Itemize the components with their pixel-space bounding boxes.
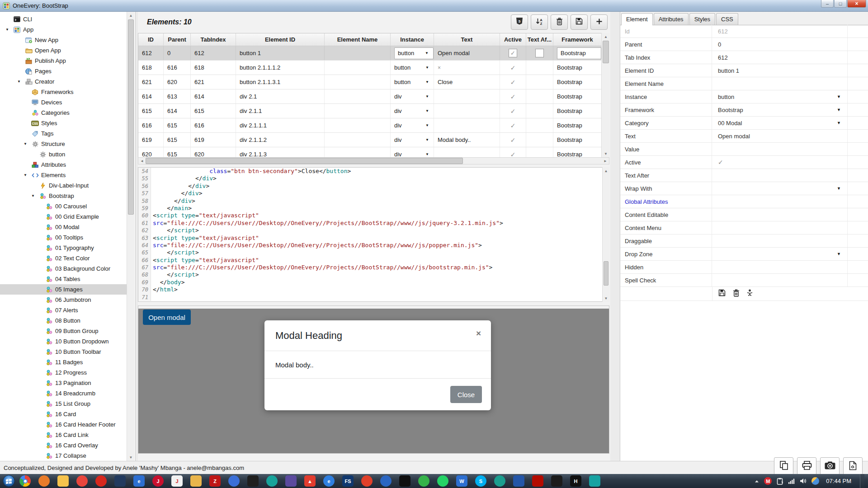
code-line[interactable]: 58 </div>	[138, 197, 609, 205]
taskbar-app-icon[interactable]	[589, 475, 600, 487]
pdf-button[interactable]	[843, 457, 863, 475]
column-header-tabindex[interactable]: TabIndex	[191, 33, 236, 46]
chevron-down-icon[interactable]: ▼	[425, 152, 429, 156]
chevron-down-icon[interactable]: ▼	[425, 138, 429, 142]
chevron-down-icon[interactable]: ▼	[837, 252, 841, 256]
property-row-active[interactable]: Active✓	[620, 156, 868, 169]
column-header-text[interactable]: Text	[434, 33, 500, 46]
column-header-framework[interactable]: Framework	[553, 33, 602, 46]
property-row-category[interactable]: Category00 Modal▼	[620, 117, 868, 130]
code-line[interactable]: 66<script type="text/javascript"	[138, 257, 609, 264]
sidebar-item-11-badges[interactable]: 11 Badges	[0, 357, 129, 367]
property-row-element-name[interactable]: Element Name	[620, 77, 868, 90]
print-button[interactable]	[797, 457, 816, 475]
active-checkbox[interactable]: ✓	[509, 49, 517, 57]
sidebar-scrollbar[interactable]: ▲ ▼	[127, 12, 135, 461]
property-row-parent[interactable]: Parent0	[620, 38, 868, 51]
code-editor[interactable]: 54 class="btn btn-secondary">Close</butt…	[138, 167, 609, 302]
chevron-down-icon[interactable]: ▼	[837, 94, 841, 99]
html5-button[interactable]: 5	[511, 14, 528, 30]
sidebar-item-creator[interactable]: ▼Creator	[0, 76, 129, 87]
taskbar-app-icon[interactable]	[95, 475, 107, 487]
chevron-down-icon[interactable]: ▼	[425, 66, 429, 70]
sidebar-item-14-breadcrumb[interactable]: 14 Breadcrumb	[0, 388, 129, 399]
sidebar-item-13-pagination[interactable]: 13 Pagination	[0, 378, 129, 388]
scroll-up-icon[interactable]: ▲	[127, 12, 135, 19]
table-vscroll-thumb[interactable]	[603, 41, 609, 63]
code-line[interactable]: 64src="file:///C://Users//User//Desktop/…	[138, 242, 609, 249]
table-vscrollbar[interactable]: ▲▼	[601, 33, 610, 157]
sidebar-item-16-card-header-footer[interactable]: 16 Card Header Footer	[0, 419, 129, 430]
property-row-tab-index[interactable]: Tab Index612	[620, 51, 868, 64]
code-scrollbar[interactable]: ▲ ▼	[602, 167, 609, 302]
sidebar-item-06-jumbotron[interactable]: 06 Jumbotron	[0, 295, 129, 305]
table-hscrollbar[interactable]: ◄ ►	[138, 157, 609, 164]
modal-backdrop[interactable]: Open modal Modal Heading × Modal body.. …	[138, 309, 609, 453]
sort-az-button[interactable]: AZ	[531, 14, 548, 30]
expand-arrow-icon[interactable]: ▼	[23, 142, 28, 146]
taskbar-app-icon[interactable]	[247, 475, 259, 487]
chevron-down-icon[interactable]: ▼	[837, 121, 841, 125]
clipboard-icon[interactable]	[777, 478, 783, 485]
taskbar-app-icon[interactable]: S	[475, 475, 486, 487]
weather-icon[interactable]	[811, 477, 819, 485]
column-header-text-af[interactable]: Text Af...	[526, 33, 553, 46]
save-button[interactable]	[571, 14, 588, 30]
scroll-up-icon[interactable]: ▲	[603, 167, 609, 174]
taskbar-app-icon[interactable]	[38, 475, 50, 487]
column-header-element-id[interactable]: Element ID	[236, 33, 325, 46]
taskbar-app-icon[interactable]: W	[456, 475, 467, 487]
sidebar-item-new-app[interactable]: New App	[0, 35, 129, 45]
property-row-wrap-with[interactable]: Wrap With▼	[620, 182, 868, 195]
show-desktop-button[interactable]	[860, 474, 864, 488]
taskbar-app-icon[interactable]	[418, 475, 429, 487]
chevron-down-icon[interactable]: ▼	[837, 186, 841, 191]
open-modal-button[interactable]: Open modal	[143, 310, 191, 325]
property-row-element-id[interactable]: Element IDbutton 1	[620, 64, 868, 77]
sidebar-item-16-card-link[interactable]: 16 Card Link	[0, 430, 129, 440]
sidebar-item-devices[interactable]: Devices	[0, 97, 129, 108]
scroll-left-icon[interactable]: ◄	[138, 159, 146, 163]
save-icon[interactable]	[718, 289, 726, 299]
sidebar-item-12-progress[interactable]: 12 Progress	[0, 367, 129, 378]
code-line[interactable]: 60<script type="text/javascript"	[138, 212, 609, 219]
sidebar-item-00-tooltips[interactable]: 00 Tooltips	[0, 232, 129, 243]
sidebar-item-styles[interactable]: CSSStyles	[0, 118, 129, 128]
table-row[interactable]: 621620621button 2.1.1.3.1button▼Close✓Bo…	[138, 75, 609, 89]
sidebar-scroll-thumb[interactable]	[128, 19, 134, 215]
taskbar-app-icon[interactable]	[114, 475, 126, 487]
chevron-down-icon[interactable]: ▼	[425, 123, 429, 127]
sidebar-item-elements[interactable]: ▼Elements	[0, 170, 129, 180]
taskbar-app-icon[interactable]	[76, 475, 88, 487]
sidebar-item-publish-app[interactable]: Publish App	[0, 56, 129, 66]
sidebar-item-00-grid-example[interactable]: 00 Grid Example	[0, 211, 129, 222]
sidebar-item-09-button-group[interactable]: 09 Button Group	[0, 326, 129, 336]
taskbar-app-icon[interactable]	[513, 475, 524, 487]
property-row-spell-check[interactable]: Spell Check	[620, 274, 868, 287]
code-line[interactable]: 54 class="btn btn-secondary">Close</butt…	[138, 168, 609, 175]
table-row[interactable]: 618616618button 2.1.1.1.2button▼×✓Bootst…	[138, 61, 609, 75]
sidebar-item-10-button-toolbar[interactable]: 10 Button Toolbar	[0, 347, 129, 357]
property-row-content-editable[interactable]: Content Editable	[620, 208, 868, 221]
framework-input[interactable]: Bootstrap	[557, 47, 601, 59]
sidebar-item-bootstrap[interactable]: ▼Bootstrap	[0, 191, 129, 201]
start-button[interactable]	[3, 475, 15, 487]
chevron-down-icon[interactable]: ▼	[425, 80, 429, 84]
code-line[interactable]: 67src="file:///C://Users//User//Desktop/…	[138, 264, 609, 271]
property-row-hidden[interactable]: Hidden	[620, 261, 868, 274]
taskbar-app-icon[interactable]	[551, 475, 562, 487]
trash-icon[interactable]	[733, 289, 740, 299]
camera-button[interactable]	[820, 457, 840, 475]
column-header-instance[interactable]: Instance	[391, 33, 434, 46]
sidebar-item-open-app[interactable]: Open App	[0, 45, 129, 56]
taskbar-app-icon[interactable]: Z	[209, 475, 221, 487]
modal-close-x[interactable]: ×	[476, 328, 481, 338]
table-row[interactable]: 6120612button 1button▼Open modal✓Bootstr…	[138, 46, 609, 61]
taskbar-app-icon[interactable]	[532, 475, 543, 487]
table-row[interactable]: 616615616div 2.1.1.1div▼✓Bootstrap	[138, 118, 609, 133]
sidebar-item-16-card[interactable]: 16 Card	[0, 409, 129, 419]
chevron-down-icon[interactable]: ▼	[837, 108, 841, 112]
sidebar-item-17-collapse[interactable]: 17 Collapse	[0, 450, 129, 461]
taskbar-app-icon[interactable]: J	[171, 475, 183, 487]
sidebar-item-07-alerts[interactable]: 07 Alerts	[0, 305, 129, 315]
